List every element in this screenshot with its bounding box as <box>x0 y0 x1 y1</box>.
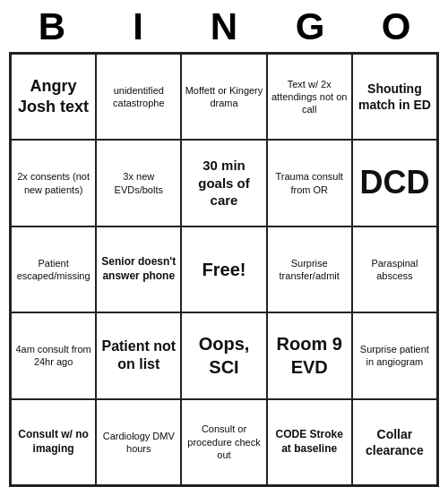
bingo-cell-3: Text w/ 2x attendings not on call <box>267 54 352 140</box>
letter-n: N <box>192 5 256 48</box>
bingo-cell-4: Shouting match in ED <box>352 54 437 140</box>
bingo-cell-13: Surprise transfer/admit <box>267 226 352 312</box>
bingo-cell-2: Moffett or Kingery drama <box>181 54 266 140</box>
letter-i: I <box>106 5 170 48</box>
bingo-cell-15: 4am consult from 24hr ago <box>11 312 96 398</box>
bingo-cell-14: Paraspinal abscess <box>352 226 437 312</box>
bingo-cell-16: Patient not on list <box>96 312 181 398</box>
bingo-cell-8: Trauma consult from OR <box>267 140 352 226</box>
bingo-cell-19: Surprise patient in angiogram <box>352 312 437 398</box>
bingo-cell-6: 3x new EVDs/bolts <box>96 140 181 226</box>
bingo-cell-20: Consult w/ no imaging <box>11 399 96 485</box>
bingo-cell-0: Angry Josh text <box>11 54 96 140</box>
bingo-cell-10: Patient escaped/missing <box>11 226 96 312</box>
bingo-cell-7: 30 min goals of care <box>181 140 266 226</box>
bingo-cell-23: CODE Stroke at baseline <box>267 399 352 485</box>
letter-g: G <box>278 5 342 48</box>
bingo-cell-17: Oops, SCI <box>181 312 266 398</box>
bingo-grid: Angry Josh textunidentified catastropheM… <box>9 52 439 487</box>
bingo-header: B I N G O <box>9 0 439 52</box>
bingo-cell-24: Collar clearance <box>352 399 437 485</box>
letter-b: B <box>20 5 84 48</box>
bingo-cell-12: Free! <box>181 226 266 312</box>
bingo-cell-9: DCD <box>352 140 437 226</box>
bingo-cell-11: Senior doesn't answer phone <box>96 226 181 312</box>
bingo-cell-22: Consult or procedure check out <box>181 399 266 485</box>
letter-o: O <box>364 5 428 48</box>
bingo-cell-1: unidentified catastrophe <box>96 54 181 140</box>
bingo-cell-5: 2x consents (not new patients) <box>11 140 96 226</box>
bingo-cell-18: Room 9 EVD <box>267 312 352 398</box>
bingo-cell-21: Cardiology DMV hours <box>96 399 181 485</box>
